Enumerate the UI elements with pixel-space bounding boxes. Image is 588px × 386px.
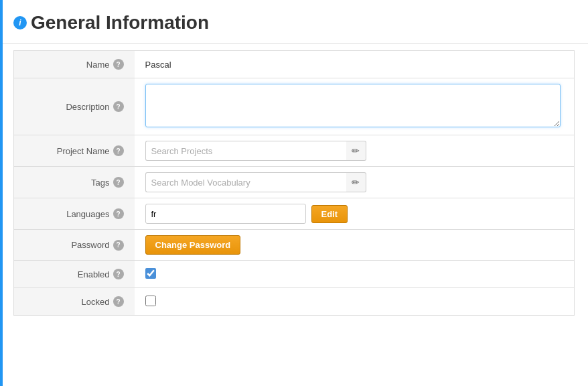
enabled-row: Enabled ? <box>14 261 575 288</box>
name-value: Pascal <box>145 60 171 70</box>
enabled-label-cell: Enabled ? <box>14 261 135 288</box>
languages-help-icon[interactable]: ? <box>113 208 124 219</box>
locked-label-cell: Locked ? <box>14 288 135 316</box>
locked-checkbox[interactable] <box>145 296 156 306</box>
project-name-value-cell: ✏ <box>135 135 575 167</box>
locked-row: Locked ? <box>14 288 575 316</box>
tags-input[interactable] <box>145 172 346 192</box>
tags-search-button[interactable]: ✏ <box>346 172 366 192</box>
pencil-icon: ✏ <box>352 145 360 156</box>
locked-value-cell <box>135 288 575 316</box>
password-value-cell: Change Password <box>135 230 575 261</box>
name-label-cell: Name ? <box>14 51 135 78</box>
tags-label: Tags <box>91 178 109 188</box>
general-info-form: Name ? Pascal Description ? <box>13 50 575 316</box>
name-label: Name <box>86 60 110 70</box>
tags-pencil-icon: ✏ <box>352 177 360 188</box>
description-value-cell <box>135 78 575 135</box>
tags-value-cell: ✏ <box>135 167 575 198</box>
locked-help-icon[interactable]: ? <box>113 296 124 307</box>
description-label-cell: Description ? <box>14 78 135 135</box>
tags-label-cell: Tags ? <box>14 167 135 198</box>
tags-search-wrapper: ✏ <box>145 172 366 192</box>
page-title: General Information <box>31 12 209 34</box>
header-info-icon[interactable]: i <box>13 16 27 29</box>
password-row: Password ? Change Password <box>14 230 575 261</box>
description-label: Description <box>66 102 109 112</box>
project-name-label-cell: Project Name ? <box>14 135 135 167</box>
enabled-help-icon[interactable]: ? <box>113 269 124 279</box>
project-name-search-button[interactable]: ✏ <box>346 141 366 161</box>
change-password-button[interactable]: Change Password <box>145 235 241 255</box>
password-label: Password <box>71 240 109 250</box>
languages-value-cell: Edit <box>135 198 575 230</box>
edit-button[interactable]: Edit <box>311 205 348 223</box>
languages-input[interactable] <box>145 204 306 224</box>
project-name-help-icon[interactable]: ? <box>113 145 124 156</box>
enabled-value-cell <box>135 261 575 288</box>
project-name-row: Project Name ? ✏ <box>14 135 575 167</box>
password-help-icon[interactable]: ? <box>113 240 124 251</box>
description-textarea[interactable] <box>145 84 561 127</box>
enabled-label: Enabled <box>78 269 110 279</box>
tags-help-icon[interactable]: ? <box>113 177 124 188</box>
name-value-cell: Pascal <box>135 51 575 78</box>
languages-row: Languages ? Edit <box>14 198 575 230</box>
project-search-wrapper: ✏ <box>145 141 366 161</box>
tags-row: Tags ? ✏ <box>14 167 575 198</box>
languages-wrapper: Edit <box>145 204 564 224</box>
locked-label: Locked <box>82 297 110 307</box>
enabled-checkbox[interactable] <box>145 268 156 279</box>
name-row: Name ? Pascal <box>14 51 575 78</box>
project-name-label: Project Name <box>57 146 110 156</box>
languages-label: Languages <box>66 209 109 219</box>
name-help-icon[interactable]: ? <box>113 59 124 70</box>
description-row: Description ? <box>14 78 575 135</box>
password-label-cell: Password ? <box>14 230 135 261</box>
project-name-input[interactable] <box>145 141 346 161</box>
description-help-icon[interactable]: ? <box>113 101 124 112</box>
languages-label-cell: Languages ? <box>14 198 135 230</box>
